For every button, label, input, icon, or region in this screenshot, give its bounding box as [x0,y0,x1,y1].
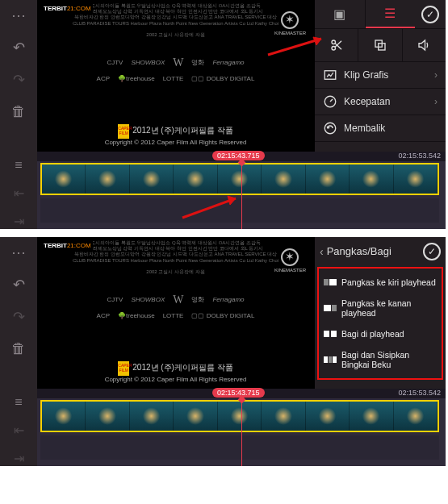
speaker-icon [417,38,431,52]
undo-icon[interactable]: ↶ [13,276,25,294]
menu-klip-grafis[interactable]: Klip Grafis › [315,62,446,89]
time-badge: 02:15:43.715 [212,388,265,398]
svg-rect-15 [329,279,337,285]
time-duration: 02:15:53.542 [398,389,441,397]
svg-rect-19 [331,331,337,337]
terbit-badge: TERBIT21:COM [42,4,93,14]
left-toolbar: ⋯ ↶ ↷ 🗑 [0,237,37,389]
playhead[interactable] [241,389,242,466]
svg-point-1 [332,47,336,51]
action-row [315,28,446,62]
panel-header: ‹ Pangkas/Bagi ✓ [315,237,446,265]
time-badge: 02:15:43.715 [212,151,265,160]
undo-icon[interactable]: ↶ [13,39,25,56]
credit-bottom: CAPERFILM2012년 (주)케이퍼필름 작품 Copyright © 2… [37,124,314,147]
chevron-right-icon: › [434,96,438,107]
playhead[interactable] [241,152,242,229]
svg-rect-14 [324,279,329,285]
layers-icon [373,38,387,52]
svg-rect-17 [332,305,337,311]
timeline-settings-icon[interactable]: ≡ [15,158,22,173]
screenshot-bottom: ⋯ ↶ ↷ 🗑 TERBIT21:COM 도시의아이들 복원도 우달님상사업소 … [0,237,446,466]
video-track[interactable] [40,163,439,195]
trim-split-panel: ‹ Pangkas/Bagi ✓ Pangkas ke kiri playhea… [314,237,446,389]
edit-panel: ▣ ☰ ✓ Klip Grafis › [314,0,446,152]
jump-start-icon[interactable]: ⇤ [14,423,24,438]
video-preview[interactable]: TERBIT21:COM 도시의아이들 복원도 우달님상사업소 Q육 역력제 대… [37,0,314,152]
panel-tabs: ▣ ☰ ✓ [315,0,446,28]
screenshot-top: ⋯ ↶ ↷ 🗑 TERBIT21:COM 도시의아이들 복원도 우달님상사업소 … [0,0,446,229]
time-duration: 02:15:53.542 [398,152,441,160]
timeline-toolbar: ≡ ⇤ ⇥ [0,152,37,229]
timeline[interactable]: 02:15:43.71502:15:53.542 [37,152,446,229]
svg-rect-20 [324,356,328,363]
delete-icon[interactable]: 🗑 [11,103,26,120]
logos-row-2: ACP🌳treehouseLOTTE▢▢ DOLBY DIGITAL [44,75,308,83]
graphics-icon [323,68,337,82]
jump-end-icon[interactable]: ⇥ [14,451,24,466]
credit-bottom: CAPERFILM2012년 (주)케이퍼필름 작품 Copyright © 2… [37,361,314,384]
left-toolbar: ⋯ ↶ ↷ 🗑 [0,0,37,152]
redo-icon[interactable]: ↷ [13,308,25,326]
timeline-area: ≡ ⇤ ⇥ 02:15:43.71502:15:53.542 [0,152,446,229]
svg-rect-18 [324,331,329,337]
panel-menu: Klip Grafis › Kecepatan › Membalik [315,62,446,142]
scissors-icon [329,38,344,52]
terbit-badge: TERBIT21:COM [42,241,93,251]
trim-right-icon [324,303,337,313]
split-freeze-option[interactable]: Bagi dan Sisipkan Bingkai Beku [319,344,442,375]
tab-options-icon[interactable]: ☰ [366,0,416,28]
trim-right-option[interactable]: Pangkas ke kanan playhead [319,293,442,323]
logos-row-2: ACP🌳treehouseLOTTE▢▢ DOLBY DIGITAL [44,312,308,320]
freeze-frame-icon [324,355,337,364]
duplicate-button[interactable] [358,29,402,61]
speed-icon [323,94,337,109]
svg-rect-21 [329,356,332,363]
split-icon [324,329,337,339]
jump-start-icon[interactable]: ⇤ [14,185,24,201]
confirm-button[interactable]: ✓ [423,243,441,260]
trim-options-highlighted: Pangkas ke kiri playhead Pangkas ke kana… [317,267,443,380]
logos-row-1: CJTVSHOWBOXW영화Ferragamo [44,56,308,70]
video-preview[interactable]: TERBIT21:COM 도시의아이들 복원도 우달님상사업소 Q육 역력제 대… [37,237,314,389]
audio-track[interactable] [40,198,439,223]
credits-overlay: TERBIT21:COM 도시의아이들 복원도 우달님상사업소 Q육 역력제 대… [37,0,314,152]
timeline-area: ≡ ⇤ ⇥ 02:15:43.71502:15:53.542 [0,389,446,466]
kinemaster-watermark: KINEMASTER [274,248,306,274]
svg-rect-22 [333,356,337,363]
volume-button[interactable] [403,29,446,61]
video-track[interactable] [40,400,439,432]
timeline[interactable]: 02:15:43.71502:15:53.542 [37,389,446,466]
timeline-settings-icon[interactable]: ≡ [15,395,22,410]
delete-icon[interactable]: 🗑 [11,340,26,357]
svg-point-0 [332,40,336,44]
split-option[interactable]: Bagi di playhead [319,323,442,344]
svg-rect-16 [324,305,331,311]
back-icon[interactable]: ‹ [320,245,324,258]
chevron-right-icon: › [434,69,438,81]
reverse-icon [323,121,337,135]
redo-icon[interactable]: ↷ [13,71,25,89]
menu-kecepatan[interactable]: Kecepatan › [315,89,446,115]
menu-membalik[interactable]: Membalik [315,115,446,142]
kinemaster-watermark: KINEMASTER [274,11,306,37]
timeline-toolbar: ≡ ⇤ ⇥ [0,389,37,466]
confirm-button[interactable]: ✓ [415,6,446,23]
credits-overlay: TERBIT21:COM 도시의아이들 복원도 우달님상사업소 Q육 역력제 대… [37,237,314,389]
audio-track[interactable] [40,435,439,460]
panel-title: Pangkas/Bagi [327,245,391,257]
svg-point-9 [324,123,336,134]
jump-end-icon[interactable]: ⇥ [14,214,24,229]
more-icon[interactable]: ⋯ [11,244,26,261]
logos-row-1: CJTVSHOWBOXW영화Ferragamo [44,293,308,307]
tab-crop-icon[interactable]: ▣ [315,0,365,28]
trim-split-button[interactable] [315,29,358,61]
trim-left-icon [324,277,337,287]
more-icon[interactable]: ⋯ [11,6,26,24]
svg-line-8 [330,99,333,102]
trim-left-option[interactable]: Pangkas ke kiri playhead [319,272,442,293]
